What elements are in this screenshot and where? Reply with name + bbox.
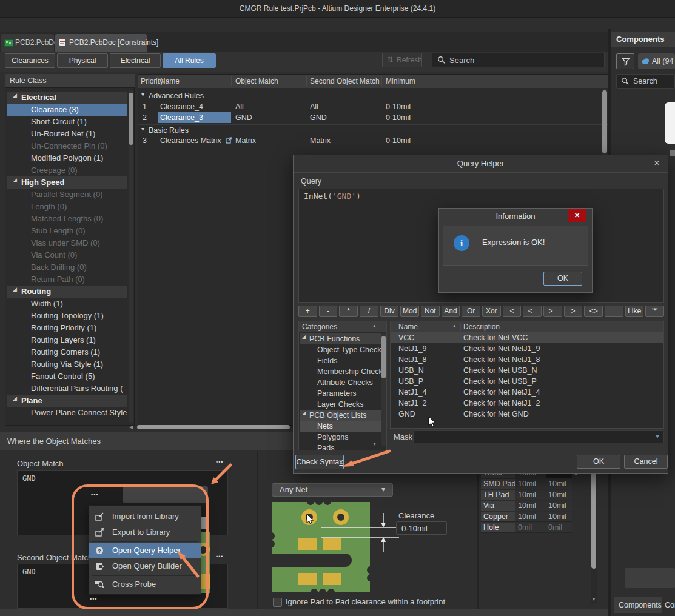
value-cell[interactable]: 0mil (515, 523, 546, 533)
rule-class-scroll-thumb[interactable] (129, 93, 133, 145)
tree-item-return-path[interactable]: Return Path (0) (7, 273, 127, 286)
rules-table-hscroll-thumb[interactable] (137, 425, 290, 429)
external-link-icon[interactable] (226, 137, 232, 144)
value-cell[interactable]: 10mil (546, 479, 572, 489)
tree-item-routing-via-style[interactable]: Routing Via Style (1) (7, 358, 127, 370)
value-cell[interactable]: 10mil (546, 490, 572, 500)
tree-item-length[interactable]: Length (0) (7, 201, 127, 213)
tree-expanded-icon[interactable]: ◢ (13, 177, 17, 183)
operator-button[interactable]: + (298, 306, 317, 317)
cancel-button[interactable]: Cancel (624, 455, 668, 469)
value-cell[interactable]: 10mil (515, 512, 546, 522)
categories-scroll-down-icon[interactable]: ▾ (373, 440, 376, 447)
col-header-object-match[interactable]: Object Match (235, 75, 278, 88)
operator-button[interactable]: <> (584, 306, 603, 317)
tree-item-stub-length[interactable]: Stub Length (0) (7, 225, 127, 237)
operator-button[interactable]: - (319, 306, 338, 317)
info-ok-button[interactable]: OK (543, 272, 582, 286)
function-row[interactable]: USB_P Check for Net USB_P (391, 376, 663, 387)
table-row[interactable]: TH Pad 10mil 10mil (481, 490, 572, 501)
tree-expanded-icon[interactable]: ◢ (13, 286, 17, 292)
category-item-object-type-checks[interactable]: Object Type Checks (300, 344, 381, 355)
table-row[interactable]: 1 Clearance_4 All All 0-10mil (138, 101, 608, 112)
tree-group-high-speed[interactable]: ◢ High Speed (7, 176, 127, 189)
tree-item-diff-pairs-routing[interactable]: Differential Pairs Routing ( (7, 383, 127, 395)
value-cell[interactable]: 10mil (546, 512, 572, 522)
tree-item-routing-layers[interactable]: Routing Layers (1) (7, 334, 127, 346)
col-header-name[interactable]: Name (160, 75, 180, 88)
operator-button[interactable]: Mod (400, 306, 419, 317)
function-row[interactable]: NetJ1_8 Check for Net NetJ1_8 (391, 354, 663, 365)
table-row[interactable]: 2 Clearance_3 GND GND 0-10mil (138, 112, 608, 123)
operator-button[interactable]: = (605, 306, 623, 317)
clearance-value-input[interactable] (396, 521, 447, 535)
operator-button[interactable]: Div (380, 306, 399, 317)
col-header-description[interactable]: Description (463, 321, 500, 332)
tree-item-matched-lengths[interactable]: Matched Lengths (0) (7, 213, 127, 225)
components-scope-dropdown[interactable]: All (94 (638, 53, 675, 69)
operator-button[interactable]: Like (625, 306, 644, 317)
tree-item-power-plane-connect[interactable]: Power Plane Connect Style (7, 407, 127, 419)
component-thumbnail[interactable] (665, 102, 675, 144)
category-item-nets[interactable]: Nets (300, 421, 381, 432)
category-item-parameters[interactable]: Parameters (300, 388, 381, 399)
refresh-button[interactable]: ⇅ Refresh (382, 53, 422, 67)
categories-header[interactable]: Categories ▴ (299, 321, 386, 332)
operator-button[interactable]: >= (543, 306, 562, 317)
mask-dropdown[interactable]: ▾ (413, 430, 664, 443)
close-icon[interactable]: ✕ (654, 159, 660, 167)
rules-group-basic[interactable]: ▾ Basic Rules (138, 124, 608, 136)
tree-item-unrouted-net[interactable]: Un-Routed Net (1) (7, 128, 127, 140)
value-cell[interactable]: 10mil (515, 501, 546, 511)
check-syntax-button[interactable]: Check Syntax (295, 455, 344, 469)
filter-tab-clearances[interactable]: Clearances (5, 53, 55, 68)
tree-item-unconnected-pin[interactable]: Un-Connected Pin (0) (7, 140, 127, 152)
category-item-membership-checks[interactable]: Membership Checks (300, 366, 381, 377)
doc-tab-constraints[interactable]: PCB2.PcbDoc [Constraints] (55, 34, 147, 52)
group-collapse-icon[interactable]: ▾ (141, 126, 144, 132)
filter-tab-electrical[interactable]: Electrical (110, 53, 161, 68)
col-header-minimum[interactable]: Minimum (386, 75, 415, 88)
tree-item-routing-corners[interactable]: Routing Corners (1) (7, 346, 127, 358)
col-header-second-object-match[interactable]: Second Object Match (310, 75, 380, 88)
tree-item-back-drilling[interactable]: Back Drilling (0) (7, 261, 127, 273)
tree-expanded-icon[interactable]: ◢ (13, 395, 17, 401)
value-cell[interactable]: 10mil (515, 479, 546, 489)
operator-button[interactable]: And (442, 306, 460, 317)
tree-group-routing[interactable]: ◢ Routing (7, 286, 127, 298)
category-item-polygons[interactable]: Polygons (300, 432, 381, 443)
operator-button[interactable]: <= (523, 306, 542, 317)
function-row[interactable]: NetJ1_4 Check for Net NetJ1_4 (391, 387, 663, 398)
panel-tab-cor[interactable]: Cor (665, 597, 675, 613)
categories-scroll-thumb[interactable] (381, 336, 386, 378)
category-item-fields[interactable]: Fields (300, 355, 381, 366)
function-row[interactable]: USB_N Check for Net USB_N (391, 365, 663, 376)
tree-item-routing-topology[interactable]: Routing Topology (1) (7, 310, 127, 322)
tree-item-vias-under-smd[interactable]: Vias under SMD (0) (7, 237, 127, 249)
function-row-vcc[interactable]: VCC Check for Net VCC (391, 332, 663, 343)
tree-item-clearance[interactable]: Clearance (3) (7, 104, 127, 116)
rules-table-scroll-thumb[interactable] (602, 90, 607, 153)
net-scope-dropdown[interactable]: Any Net ▾ (272, 483, 393, 497)
group-collapse-icon[interactable]: ▾ (141, 91, 144, 98)
table-row[interactable]: Via 10mil 10mil (481, 501, 572, 512)
table-row[interactable]: SMD Pad 10mil 10mil (481, 479, 572, 490)
query-helper-titlebar[interactable]: Query Helper ✕ (294, 155, 668, 173)
operator-button[interactable]: Not (421, 306, 440, 317)
category-item-attribute-checks[interactable]: Attribute Checks (300, 377, 381, 388)
ok-button[interactable]: OK (577, 455, 620, 469)
operator-button[interactable]: > (564, 306, 583, 317)
categories-scrollbar[interactable] (381, 333, 386, 446)
tree-item-short-circuit[interactable]: Short-Circuit (1) (7, 116, 127, 128)
filter-tab-all-rules[interactable]: All Rules (163, 53, 216, 68)
table-scroll-down-icon[interactable]: ▼ (591, 597, 596, 602)
tree-item-creepage[interactable]: Creepage (0) (7, 164, 127, 176)
function-row[interactable]: NetJ1_9 Check for Net NetJ1_9 (391, 343, 663, 354)
operator-button[interactable]: Or (462, 306, 480, 317)
tree-item-fanout-control[interactable]: Fanout Control (5) (7, 370, 127, 383)
tree-item-routing-priority[interactable]: Routing Priority (1) (7, 322, 127, 334)
category-group-pcb-functions[interactable]: ◢ PCB Functions (300, 333, 381, 344)
tree-group-plane[interactable]: ◢ Plane (7, 395, 127, 407)
tree-expanded-icon[interactable]: ◢ (302, 410, 306, 416)
tree-item-parallel-segment[interactable]: Parallel Segment (0) (7, 189, 127, 201)
